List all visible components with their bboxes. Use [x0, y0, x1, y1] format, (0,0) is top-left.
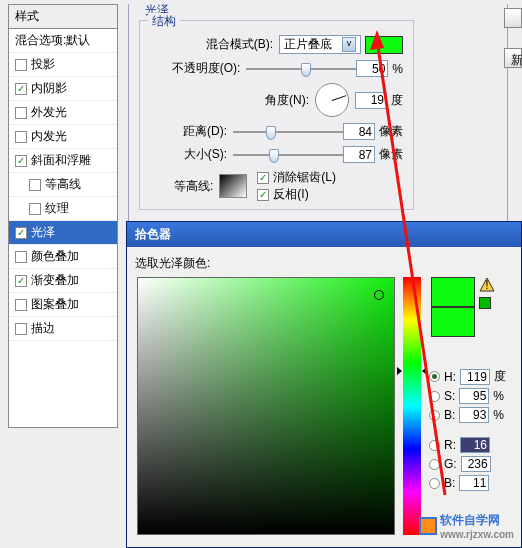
contour-picker[interactable]	[219, 174, 247, 198]
style-gradient-overlay[interactable]: 渐变叠加	[9, 269, 117, 293]
style-bevel-emboss[interactable]: 斜面和浮雕	[9, 149, 117, 173]
size-label: 大小(S):	[184, 146, 227, 163]
blending-options-default[interactable]: 混合选项:默认	[9, 29, 117, 53]
color-picker-dialog: 拾色器 选取光泽颜色: ! H:度 S:% B:% R: G: B:	[126, 221, 522, 548]
g-input[interactable]	[461, 456, 491, 472]
blend-mode-row: 混合模式(B): 正片叠底v	[144, 35, 409, 54]
color-field[interactable]	[137, 277, 395, 535]
satin-settings-panel: 光泽 结构 混合模式(B): 正片叠底v 不透明度(O): % 角度(N): 度	[128, 4, 508, 222]
checkbox[interactable]	[15, 227, 27, 239]
contour-label: 等高线:	[174, 178, 213, 195]
invert-checkbox[interactable]	[257, 189, 269, 201]
current-color-swatch[interactable]	[431, 307, 475, 337]
structure-label: 结构	[148, 13, 180, 30]
style-stroke[interactable]: 描边	[9, 317, 117, 341]
style-inner-shadow[interactable]: 内阴影	[9, 77, 117, 101]
style-drop-shadow[interactable]: 投影	[9, 53, 117, 77]
angle-dial[interactable]	[315, 83, 349, 117]
r-input[interactable]	[460, 437, 490, 453]
button-cropped-1[interactable]	[504, 8, 522, 28]
size-input[interactable]	[343, 146, 375, 163]
size-slider[interactable]	[233, 148, 343, 162]
gamut-swatch[interactable]	[479, 297, 491, 309]
checkbox[interactable]	[15, 155, 27, 167]
blend-mode-select[interactable]: 正片叠底v	[279, 35, 361, 54]
checkbox[interactable]	[15, 251, 27, 263]
hsb-rgb-inputs: H:度 S:% B:% R: G: B:	[429, 365, 506, 494]
radio-g[interactable]	[429, 459, 440, 470]
s-input[interactable]	[459, 388, 489, 404]
h-input[interactable]	[460, 369, 490, 385]
radio-h[interactable]	[429, 371, 440, 382]
blend-mode-label: 混合模式(B):	[206, 36, 273, 53]
angle-label: 角度(N):	[265, 92, 309, 109]
new-color-swatch[interactable]	[431, 277, 475, 307]
checkbox[interactable]	[29, 179, 41, 191]
chevron-down-icon: v	[342, 37, 356, 52]
gamut-warning-icon[interactable]: !	[479, 277, 495, 293]
checkbox[interactable]	[15, 107, 27, 119]
radio-b[interactable]	[429, 410, 440, 421]
checkbox[interactable]	[15, 83, 27, 95]
checkbox[interactable]	[15, 275, 27, 287]
hue-slider-thumb[interactable]	[397, 367, 427, 375]
style-outer-glow[interactable]: 外发光	[9, 101, 117, 125]
style-pattern-overlay[interactable]: 图案叠加	[9, 293, 117, 317]
distance-slider[interactable]	[233, 125, 343, 139]
checkbox[interactable]	[15, 131, 27, 143]
opacity-row: 不透明度(O): %	[144, 60, 409, 77]
distance-row: 距离(D): 像素	[144, 123, 409, 140]
style-texture[interactable]: 纹理	[9, 197, 117, 221]
opacity-label: 不透明度(O):	[172, 60, 241, 77]
contour-row: 等高线: 消除锯齿(L) 反相(I)	[144, 169, 409, 203]
radio-b2[interactable]	[429, 478, 440, 489]
radio-s[interactable]	[429, 391, 440, 402]
styles-header: 样式	[9, 5, 117, 29]
checkbox[interactable]	[15, 299, 27, 311]
style-satin[interactable]: 光泽	[9, 221, 117, 245]
distance-input[interactable]	[343, 123, 375, 140]
opacity-slider[interactable]	[246, 62, 356, 76]
blend-color-swatch[interactable]	[365, 36, 403, 54]
size-row: 大小(S): 像素	[144, 146, 409, 163]
checkbox[interactable]	[15, 323, 27, 335]
watermark: 软件自学网 www.rjzxw.com	[419, 512, 514, 540]
watermark-logo-icon	[419, 517, 437, 535]
b2-input[interactable]	[459, 475, 489, 491]
angle-input[interactable]	[355, 92, 387, 109]
opacity-input[interactable]	[356, 60, 388, 77]
structure-group: 结构 混合模式(B): 正片叠底v 不透明度(O): % 角度(N): 度 距离…	[139, 20, 414, 210]
distance-label: 距离(D):	[183, 123, 227, 140]
antialias-checkbox[interactable]	[257, 172, 269, 184]
style-inner-glow[interactable]: 内发光	[9, 125, 117, 149]
checkbox[interactable]	[29, 203, 41, 215]
color-field-cursor	[374, 290, 384, 300]
b-input[interactable]	[459, 407, 489, 423]
svg-text:!: !	[485, 278, 488, 292]
picker-prompt: 选取光泽颜色:	[135, 255, 513, 272]
radio-r[interactable]	[429, 440, 440, 451]
style-color-overlay[interactable]: 颜色叠加	[9, 245, 117, 269]
styles-panel: 样式 混合选项:默认 投影 内阴影 外发光 内发光 斜面和浮雕 等高线 纹理 光…	[8, 4, 118, 428]
new-style-button[interactable]: 新	[504, 48, 522, 68]
angle-row: 角度(N): 度	[144, 83, 409, 117]
hue-slider[interactable]	[403, 277, 421, 535]
style-contour[interactable]: 等高线	[9, 173, 117, 197]
picker-titlebar[interactable]: 拾色器	[127, 222, 521, 247]
checkbox[interactable]	[15, 59, 27, 71]
